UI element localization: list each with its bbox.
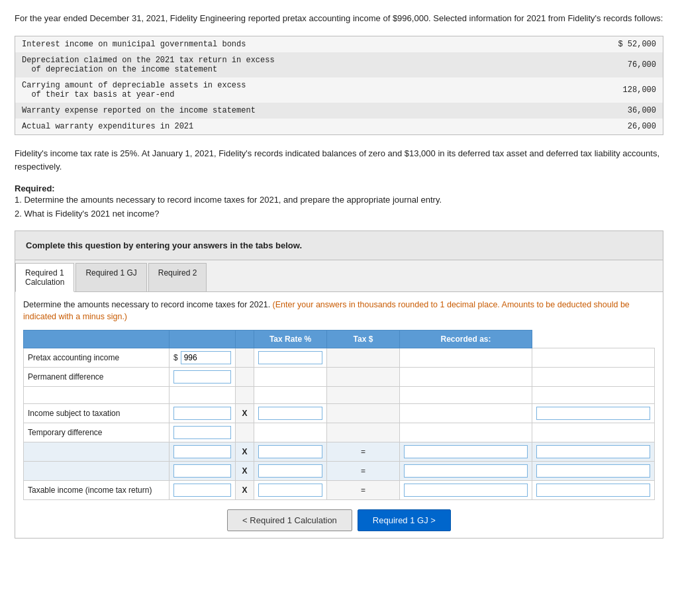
data-row-label-0: Interest income on municipal governmenta…: [15, 36, 584, 52]
row-taxdollar-cell-2: [400, 387, 532, 404]
row-value-cell-4: [170, 423, 236, 442]
row-value-cell-1: [170, 368, 236, 387]
recorded-input-3[interactable]: [536, 407, 650, 420]
btn-prev[interactable]: < Required 1 Calculation: [227, 509, 352, 531]
row-label-3: Income subject to taxation: [24, 404, 170, 423]
row-label-2: [24, 387, 170, 404]
row-equals-0: [327, 348, 400, 368]
data-row-amount-3: 36,000: [584, 103, 663, 119]
row-label-4: Temporary difference: [24, 423, 170, 442]
footer-buttons: < Required 1 Calculation Required 1 GJ >: [23, 509, 655, 531]
tab-content: Determine the amounts necessary to recor…: [15, 292, 663, 539]
row-recorded-cell-3: [532, 404, 655, 423]
required-item-2: 2. What is Fidelity's 2021 net income?: [15, 207, 663, 221]
row-taxrate-cell-1: [254, 368, 327, 387]
row-operator-4: [236, 423, 254, 442]
required-section: Required: 1. Determine the amounts neces…: [15, 183, 663, 221]
calc-table: Tax Rate % Tax $ Recorded as: Pretax acc…: [23, 330, 655, 500]
data-row-label-1: Depreciation claimed on the 2021 tax ret…: [15, 52, 584, 77]
row-value-cell-0: $: [170, 348, 236, 368]
tab-required1-gj[interactable]: Required 1 GJ: [75, 263, 146, 291]
row-taxdollar-cell-0: [400, 348, 532, 368]
data-row-label-3: Warranty expense reported on the income …: [15, 103, 584, 119]
row-label-7: Taxable income (income tax return): [24, 481, 170, 500]
table-row: Permanent difference: [24, 368, 655, 387]
complete-box: Complete this question by entering your …: [15, 231, 663, 260]
row-value-cell-3: [170, 404, 236, 423]
table-row: X=: [24, 462, 655, 481]
row-label-1: Permanent difference: [24, 368, 170, 387]
recorded-input-7[interactable]: [536, 484, 650, 497]
row-taxrate-cell-2: [254, 387, 327, 404]
tab-required2[interactable]: Required 2: [148, 263, 207, 291]
info-text: Fidelity's income tax rate is 25%. At Ja…: [15, 147, 663, 175]
value-input-4[interactable]: [173, 426, 231, 439]
value-input-1[interactable]: [173, 370, 231, 384]
row-recorded-cell-0: [532, 348, 655, 368]
row-value-cell-7: [170, 481, 236, 500]
row-recorded-cell-1: [532, 368, 655, 387]
taxrate-input-0[interactable]: [258, 351, 322, 364]
taxdollar-input-7[interactable]: [404, 484, 528, 497]
row-equals-1: [327, 368, 400, 387]
col-header-recorded: Recorded as:: [400, 331, 532, 348]
instruction-main: Determine the amounts necessary to recor…: [23, 300, 273, 309]
value-input-7[interactable]: [173, 484, 231, 497]
data-row-amount-1: 76,000: [584, 52, 663, 77]
row-recorded-cell-7: [532, 481, 655, 500]
tabs-container: Required 1Calculation Required 1 GJ Requ…: [15, 260, 663, 539]
col-header-value: [170, 331, 236, 348]
row-taxdollar-cell-3: [400, 404, 532, 423]
table-row: X=: [24, 442, 655, 462]
recorded-input-6[interactable]: [536, 464, 650, 478]
row-recorded-cell-4: [532, 423, 655, 442]
row-operator-2: [236, 387, 254, 404]
row-equals-7: =: [327, 481, 400, 500]
row-equals-5: =: [327, 442, 400, 462]
table-row: [24, 387, 655, 404]
tabs-row: Required 1Calculation Required 1 GJ Requ…: [15, 260, 663, 292]
row-taxdollar-cell-5: [400, 442, 532, 462]
col-header-taxdollar: Tax $: [327, 331, 400, 348]
taxdollar-input-5[interactable]: [404, 445, 528, 458]
recorded-input-5[interactable]: [536, 445, 650, 458]
row-recorded-cell-5: [532, 442, 655, 462]
table-row: Pretax accounting income$: [24, 348, 655, 368]
table-row: Income subject to taxationX: [24, 404, 655, 423]
row-recorded-cell-6: [532, 462, 655, 481]
row-taxdollar-cell-6: [400, 462, 532, 481]
row-value-cell-2: [170, 387, 236, 404]
row-equals-6: =: [327, 462, 400, 481]
taxrate-input-7[interactable]: [258, 484, 322, 497]
tab-required1-calc[interactable]: Required 1Calculation: [15, 263, 74, 292]
data-table: Interest income on municipal governmenta…: [15, 36, 663, 135]
row-equals-2: [327, 387, 400, 404]
row-taxdollar-cell-7: [400, 481, 532, 500]
btn-next[interactable]: Required 1 GJ >: [358, 509, 451, 531]
row-operator-3: X: [236, 404, 254, 423]
instruction-text: Determine the amounts necessary to recor…: [23, 299, 655, 324]
col-header-op: [236, 331, 254, 348]
data-row-label-4: Actual warranty expenditures in 2021: [15, 119, 584, 135]
row-label-0: Pretax accounting income: [24, 348, 170, 368]
value-input-0[interactable]: [181, 351, 231, 364]
data-row-amount-0: $ 52,000: [584, 36, 663, 52]
value-input-3[interactable]: [173, 407, 231, 420]
value-input-5[interactable]: [173, 445, 231, 458]
row-label-6: [24, 462, 170, 481]
row-recorded-cell-2: [532, 387, 655, 404]
taxrate-input-5[interactable]: [258, 445, 322, 458]
row-taxrate-cell-7: [254, 481, 327, 500]
row-taxrate-cell-4: [254, 423, 327, 442]
row-value-cell-6: [170, 462, 236, 481]
row-taxdollar-cell-4: [400, 423, 532, 442]
taxrate-input-6[interactable]: [258, 464, 322, 478]
data-row-amount-2: 128,000: [584, 77, 663, 103]
taxrate-input-3[interactable]: [258, 407, 322, 420]
row-taxrate-cell-0: [254, 348, 327, 368]
value-input-6[interactable]: [173, 464, 231, 478]
taxdollar-input-6[interactable]: [404, 464, 528, 478]
dollar-sign-0: $: [173, 353, 178, 362]
row-operator-7: X: [236, 481, 254, 500]
table-row: Temporary difference: [24, 423, 655, 442]
